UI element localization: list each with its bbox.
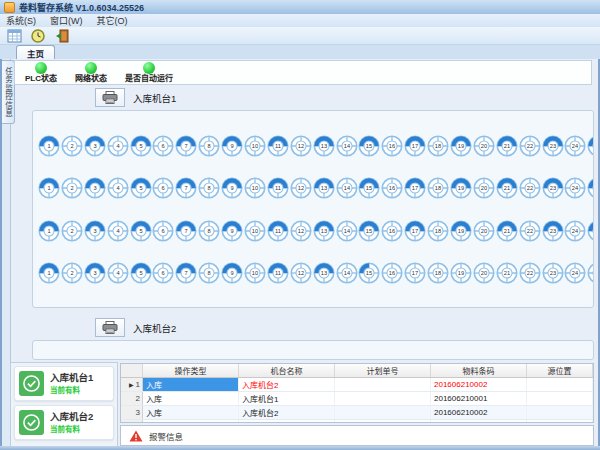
slot-circle[interactable]: 22 [519,135,541,157]
table-cell[interactable] [143,420,239,423]
slot-circle[interactable]: 9 [221,220,243,242]
slot-circle[interactable]: 23 [542,220,564,242]
slot-circle[interactable]: 14 [336,177,358,199]
slot-circle[interactable]: 4 [107,262,129,284]
slot-circle[interactable]: 15 [358,262,380,284]
slot-circle[interactable]: 23 [542,262,564,284]
slot-circle[interactable]: 22 [519,262,541,284]
slot-circle[interactable]: 7 [175,262,197,284]
slot-circle[interactable]: 14 [336,262,358,284]
slot-circle[interactable]: 24 [564,135,586,157]
table-cell[interactable] [527,378,593,391]
slot-circle[interactable]: 5 [130,177,152,199]
slot-circle[interactable]: 3 [84,262,106,284]
slot-circle[interactable]: 16 [381,220,403,242]
slot-circle[interactable]: 2 [61,177,83,199]
slot-circle[interactable]: 8 [198,262,220,284]
slot-circle[interactable]: 22 [519,177,541,199]
slot-circle[interactable]: 6 [152,220,174,242]
table-cell[interactable]: 201606210002 [431,378,527,391]
slot-circle[interactable]: 17 [404,177,426,199]
slot-circle[interactable]: 18 [427,177,449,199]
slot-circle[interactable]: 3 [84,220,106,242]
calendar-icon[interactable] [5,28,23,44]
slot-circle[interactable]: 5 [130,262,152,284]
column-header[interactable]: 物料条码 [431,364,527,377]
slot-circle[interactable]: 24 [564,177,586,199]
slot-circle[interactable]: 11 [267,262,289,284]
slot-circle[interactable]: 20 [473,135,495,157]
printer-button-machine1[interactable] [95,88,125,107]
tab-home[interactable]: 主页 [16,45,55,59]
table-cell[interactable] [335,420,431,423]
slot-circle[interactable]: 9 [221,262,243,284]
table-cell[interactable]: 入库 [143,378,239,391]
slot-circle[interactable]: 8 [198,177,220,199]
slot-circle[interactable]: 1 [38,262,60,284]
slot-circle[interactable]: 23 [542,135,564,157]
slot-circle[interactable]: 1 [38,135,60,157]
table-cell[interactable]: 入库机台2 [239,406,335,419]
slot-circle[interactable]: 19 [450,135,472,157]
slot-circle[interactable]: 14 [336,220,358,242]
table-cell[interactable] [335,392,431,405]
table-cell[interactable]: 201606210002 [431,406,527,419]
slot-circle[interactable]: 7 [175,135,197,157]
table-cell[interactable]: 入库机台2 [239,378,335,391]
slot-circle[interactable]: 15 [358,220,380,242]
slot-circle[interactable]: 6 [152,177,174,199]
slot-circle[interactable]: 20 [473,262,495,284]
slot-circle[interactable]: 21 [496,135,518,157]
slot-circle[interactable]: 19 [450,177,472,199]
column-header[interactable]: 源位置 [527,364,593,377]
slot-circle[interactable]: 19 [450,262,472,284]
table-cell[interactable] [431,420,527,423]
slot-circle[interactable]: 18 [427,220,449,242]
table-row[interactable]: 3入库入库机台2201606210002 [121,406,593,420]
slot-circle[interactable]: 7 [175,220,197,242]
slot-circle[interactable]: 12 [290,177,312,199]
slot-circle[interactable]: 10 [244,220,266,242]
slot-circle[interactable]: 15 [358,177,380,199]
slot-circle[interactable]: 10 [244,135,266,157]
menu-window[interactable]: 窗口(W) [50,14,83,27]
slot-circle[interactable]: 24 [564,220,586,242]
slot-circle[interactable]: 20 [473,220,495,242]
slot-circle[interactable]: 23 [542,177,564,199]
slot-circle[interactable]: 25 [587,177,594,199]
slot-circle[interactable]: 9 [221,135,243,157]
table-row[interactable]: ▶1入库入库机台2201606210002 [121,378,593,392]
slot-circle[interactable]: 6 [152,135,174,157]
slot-circle[interactable]: 6 [152,262,174,284]
column-header[interactable]: 计划单号 [335,364,431,377]
slot-circle[interactable]: 10 [244,177,266,199]
slot-circle[interactable]: 24 [564,262,586,284]
slot-circle[interactable]: 25 [587,135,594,157]
slot-circle[interactable]: 17 [404,220,426,242]
slot-circle[interactable]: 12 [290,220,312,242]
menu-system[interactable]: 系统(S) [6,14,36,27]
slot-circle[interactable]: 17 [404,135,426,157]
table-cell[interactable]: 入库机台1 [239,392,335,405]
slot-circle[interactable]: 13 [313,177,335,199]
table-cell[interactable] [335,406,431,419]
slot-circle[interactable]: 11 [267,135,289,157]
slot-circle[interactable]: 13 [313,262,335,284]
slot-circle[interactable]: 3 [84,177,106,199]
table-cell[interactable]: 入库 [143,406,239,419]
table-cell[interactable] [527,406,593,419]
slot-circle[interactable]: 13 [313,135,335,157]
table-cell[interactable] [527,420,593,423]
table-cell[interactable]: 入库 [143,392,239,405]
slot-circle[interactable]: 16 [381,135,403,157]
exit-icon[interactable] [53,28,71,44]
slot-circle[interactable]: 15 [358,135,380,157]
slot-circle[interactable]: 20 [473,177,495,199]
printer-button-machine2[interactable] [95,318,125,337]
slot-circle[interactable]: 21 [496,177,518,199]
slot-circle[interactable]: 12 [290,135,312,157]
slot-circle[interactable]: 22 [519,220,541,242]
table-cell[interactable]: 201606210001 [431,392,527,405]
slot-circle[interactable]: 13 [313,220,335,242]
table-cell[interactable] [527,392,593,405]
